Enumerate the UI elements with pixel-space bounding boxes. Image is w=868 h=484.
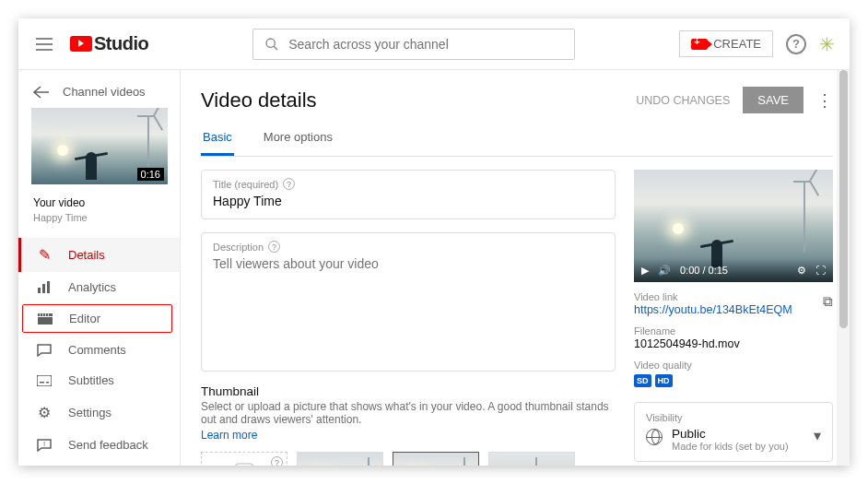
svg-rect-11 [37,375,52,386]
youtube-studio-logo[interactable]: Studio [70,33,148,54]
image-upload-icon [235,463,253,466]
video-title: Happy Time [33,212,165,223]
sidebar-item-editor[interactable]: Editor [22,304,172,333]
arrow-left-icon [33,86,50,99]
title-field[interactable]: Title (required)? [201,170,616,219]
video-controls: ▶ 🔊 0:00 / 0:15 ⚙ ⛶ [634,258,833,282]
visibility-sub: Made for kids (set by you) [672,441,804,452]
tab-basic[interactable]: Basic [201,121,234,156]
help-icon[interactable]: ? [271,456,283,466]
svg-rect-4 [47,281,50,293]
filename-label: Filename [634,325,833,336]
sidebar-item-settings[interactable]: ⚙ Settings [18,395,180,430]
sidebar-item-label: Send feedback [68,438,148,452]
sidebar-item-comments[interactable]: Comments [18,335,180,365]
fullscreen-icon[interactable]: ⛶ [815,265,826,276]
visibility-label: Visibility [646,412,821,423]
editor-icon [36,313,54,325]
back-label: Channel videos [63,85,146,99]
svg-rect-9 [45,313,46,315]
sidebar-item-classic[interactable]: Creator Studio Classic [18,460,180,466]
volume-icon[interactable]: 🔊 [658,265,671,277]
sidebar-item-subtitles[interactable]: Subtitles [18,365,180,395]
sidebar-item-label: Editor [69,312,100,325]
play-icon[interactable]: ▶ [641,265,649,277]
youtube-play-icon [70,36,92,52]
video-link[interactable]: https://youtu.be/134BkEt4EQM [634,303,823,316]
quality-badge-sd: SD [634,374,651,387]
upload-thumbnail-button[interactable]: ? Upload thumbnail [201,452,287,466]
description-field[interactable]: Description? [201,232,616,372]
svg-rect-10 [48,313,49,315]
sidebar-item-label: Comments [68,343,126,357]
description-label: Description [213,242,264,253]
sidebar: Channel videos 0:16 Your video Happy Tim… [18,70,181,466]
account-settings-icon[interactable]: ✳ [819,33,835,55]
svg-rect-12 [40,382,44,384]
svg-rect-13 [46,382,49,384]
sidebar-item-analytics[interactable]: Analytics [18,272,180,302]
sidebar-item-label: Details [68,248,105,262]
search-input-wrap[interactable] [252,29,575,60]
svg-point-0 [266,39,275,47]
thumbnail-desc: Select or upload a picture that shows wh… [201,400,616,426]
your-video-label: Your video [33,196,85,209]
video-time: 0:00 / 0:15 [680,265,728,276]
pencil-icon: ✎ [35,246,53,264]
thumbnail-option-3[interactable] [488,452,575,466]
undo-changes-button[interactable]: UNDO CHANGES [636,94,730,107]
title-input[interactable] [213,194,604,208]
create-label: CREATE [713,37,761,51]
title-label: Title (required) [213,179,278,190]
comments-icon [35,344,53,357]
your-video-section: Your video Happy Time [18,194,180,229]
settings-icon[interactable]: ⚙ [797,265,806,277]
app-window: Studio CREATE ? ✳ Channel videos [18,18,850,466]
back-to-channel-videos[interactable]: Channel videos [18,70,180,108]
thumbnail-title: Thumbnail [201,384,616,398]
tabs: Basic More options [201,121,833,157]
hamburger-menu-icon[interactable] [33,33,55,55]
subtitles-icon [35,375,53,386]
main-content: Video details UNDO CHANGES SAVE ⋮ Basic … [181,70,850,466]
quality-badge-hd: HD [655,374,673,387]
svg-rect-3 [42,284,45,293]
video-preview[interactable]: ▶ 🔊 0:00 / 0:15 ⚙ ⛶ [634,170,833,282]
thumbnail-option-2[interactable] [393,452,479,466]
copy-icon[interactable]: ⧉ [823,293,833,310]
visibility-card[interactable]: Visibility Public Made for kids (set by … [634,402,833,462]
gear-icon: ⚙ [35,404,53,421]
sidebar-item-label: Subtitles [68,373,114,387]
help-icon[interactable]: ? [786,34,806,54]
svg-rect-16 [236,464,252,466]
sidebar-item-feedback[interactable]: ! Send feedback [18,430,180,460]
visibility-value: Public [672,427,804,441]
sidebar-item-label: Settings [68,406,111,419]
svg-rect-7 [40,313,41,315]
video-link-label: Video link [634,291,823,302]
save-button[interactable]: SAVE [743,87,803,113]
sidebar-item-label: Analytics [68,280,116,294]
video-quality-label: Video quality [634,360,833,371]
feedback-icon: ! [35,439,53,452]
search-input[interactable] [288,37,563,52]
scrollbar-thumb[interactable] [839,70,848,328]
learn-more-link[interactable]: Learn more [201,429,257,442]
help-icon[interactable]: ? [283,178,295,190]
more-options-icon[interactable]: ⋮ [816,90,833,111]
description-input[interactable] [213,256,604,358]
analytics-icon [35,281,53,294]
video-thumbnail[interactable]: 0:16 [31,108,168,184]
help-icon[interactable]: ? [268,241,280,253]
video-camera-icon [691,39,708,50]
tab-more-options[interactable]: More options [262,121,334,156]
globe-icon [646,429,663,445]
svg-rect-6 [38,317,53,325]
svg-line-1 [274,46,277,50]
chevron-down-icon: ▾ [814,427,821,444]
topbar: Studio CREATE ? ✳ [18,18,850,70]
thumbnail-option-1[interactable] [297,452,383,466]
scrollbar[interactable] [837,70,850,466]
create-button[interactable]: CREATE [679,30,773,57]
sidebar-item-details[interactable]: ✎ Details [18,238,180,272]
